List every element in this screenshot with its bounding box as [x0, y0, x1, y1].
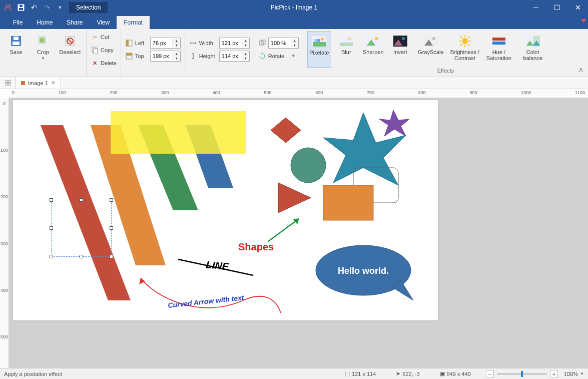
zoom-percent[interactable]: 100% — [564, 371, 578, 377]
svg-rect-45 — [492, 42, 505, 45]
app-icon — [4, 4, 12, 12]
tab-format[interactable]: Format — [117, 16, 150, 29]
selection-rectangle[interactable] — [51, 200, 112, 257]
left-pos-icon — [125, 39, 133, 47]
zoom-icon — [258, 39, 266, 47]
maximize-button[interactable]: ☐ — [551, 4, 563, 12]
tab-file[interactable]: File — [6, 16, 30, 29]
color-balance-icon — [526, 34, 540, 48]
image-canvas[interactable]: Hello world. Shapes LINE Curved Arrow wi… — [13, 100, 438, 320]
effects-group-label: Effects — [307, 68, 584, 76]
doc-color-icon — [21, 81, 25, 85]
blur-button[interactable]: Blur — [334, 31, 358, 68]
rotate-dropdown-icon: ▼ — [291, 54, 295, 58]
height-icon — [189, 52, 197, 60]
deselect-button[interactable]: Deselect — [58, 31, 82, 68]
save-icon[interactable] — [17, 4, 25, 12]
pixelate-button[interactable]: Pixelate — [307, 31, 331, 68]
bubble-text: Hello world. — [338, 266, 389, 276]
invert-button[interactable]: Invert — [388, 31, 412, 68]
grayscale-icon — [424, 34, 438, 48]
svg-rect-4 — [13, 42, 20, 45]
zoom-slider[interactable] — [497, 373, 547, 375]
grid-view-icon[interactable] — [0, 77, 16, 89]
svg-rect-22 — [313, 42, 326, 47]
save-button[interactable]: Save — [4, 31, 28, 68]
delete-button[interactable]: ✕Delete — [91, 57, 117, 69]
crop-icon — [36, 34, 50, 48]
collapse-ribbon-icon[interactable]: ᐱ — [579, 67, 583, 74]
width-input[interactable]: ▲▼ — [219, 38, 250, 49]
svg-line-10 — [68, 39, 72, 43]
svg-rect-52 — [111, 111, 246, 154]
doc-tab-label: Image 1 — [28, 80, 48, 86]
document-tab[interactable]: Image 1 ✕ — [16, 77, 61, 89]
crop-label: Crop — [37, 49, 49, 55]
invert-icon — [393, 34, 407, 48]
minimize-button[interactable]: ─ — [530, 4, 542, 12]
svg-line-56 — [268, 219, 298, 241]
pixelate-icon — [312, 35, 326, 49]
vertical-ruler: 0100200300400500 — [0, 98, 9, 369]
deselect-label: Deselect — [60, 49, 81, 55]
top-pos-icon — [125, 52, 133, 60]
cursor-position: ➤622, -3 — [396, 370, 419, 377]
save-disk-icon — [9, 34, 23, 48]
svg-rect-1 — [19, 8, 23, 10]
image-size: ▣849 x 440 — [440, 370, 471, 377]
svg-line-41 — [468, 44, 469, 46]
zoom-input[interactable]: ▲▼ — [268, 38, 299, 49]
svg-point-30 — [375, 37, 378, 40]
copy-button[interactable]: Copy — [91, 44, 117, 56]
svg-rect-12 — [94, 49, 98, 54]
zoom-out-button[interactable]: − — [486, 370, 494, 378]
brightness-button[interactable]: Brightness / Contrast — [449, 31, 480, 68]
svg-rect-2 — [20, 5, 23, 7]
color-balance-button[interactable]: Color balance — [517, 31, 548, 68]
cut-button[interactable]: ✂Cut — [91, 31, 117, 43]
window-title: PicPick - Image 1 — [271, 4, 317, 11]
svg-rect-23 — [314, 39, 317, 42]
top-input[interactable]: ▲▼ — [150, 51, 181, 62]
tab-view[interactable]: View — [90, 16, 117, 29]
document-tab-strip: Image 1 ✕ — [0, 77, 588, 89]
svg-rect-24 — [317, 39, 320, 42]
redo-icon[interactable]: ↷ — [43, 4, 51, 12]
qat-dropdown-icon[interactable]: ▼ — [56, 4, 64, 12]
zoom-dropdown-icon[interactable]: ▼ — [580, 371, 584, 376]
shapes-text: Shapes — [238, 241, 274, 252]
width-icon — [189, 39, 197, 47]
sharpen-icon — [366, 34, 380, 48]
canvas-viewport[interactable]: Hello world. Shapes LINE Curved Arrow wi… — [9, 98, 588, 369]
width-label: Width — [199, 40, 217, 46]
selection-size: ⬚121 x 114 — [345, 370, 376, 377]
crop-button[interactable]: Crop ▼ — [31, 31, 55, 68]
close-button[interactable]: ✕ — [572, 4, 584, 12]
context-tab-selection[interactable]: Selection — [69, 2, 108, 13]
status-hint: Apply a pixelation effect — [4, 371, 62, 377]
curved-arrow-text: Curved Arrow with text — [168, 293, 245, 309]
tab-home[interactable]: Home — [30, 16, 60, 29]
workspace: 0100200300400500 — [0, 98, 588, 369]
tab-share[interactable]: Share — [60, 16, 90, 29]
grayscale-button[interactable]: GrayScale — [415, 31, 446, 68]
height-label: Height — [199, 53, 217, 59]
svg-point-53 — [291, 148, 326, 183]
hue-icon — [492, 34, 506, 48]
left-input[interactable]: ▲▼ — [150, 38, 181, 49]
sharpen-button[interactable]: Sharpen — [361, 31, 385, 68]
zoom-in-button[interactable]: + — [550, 370, 558, 378]
heart-icon[interactable]: ♥ — [581, 16, 586, 25]
height-input[interactable]: ▲▼ — [219, 51, 250, 62]
hue-button[interactable]: Hue / Saturation — [483, 31, 514, 68]
rotate-icon — [258, 52, 266, 60]
svg-rect-51 — [9, 84, 11, 86]
undo-icon[interactable]: ↶ — [30, 4, 38, 12]
cursor-icon: ➤ — [396, 370, 400, 377]
rotate-button[interactable]: Rotate ▼ — [258, 50, 299, 62]
svg-rect-44 — [492, 38, 505, 41]
svg-rect-14 — [126, 40, 129, 46]
svg-rect-50 — [5, 84, 8, 86]
scissors-icon: ✂ — [91, 33, 99, 41]
close-tab-icon[interactable]: ✕ — [51, 80, 56, 86]
